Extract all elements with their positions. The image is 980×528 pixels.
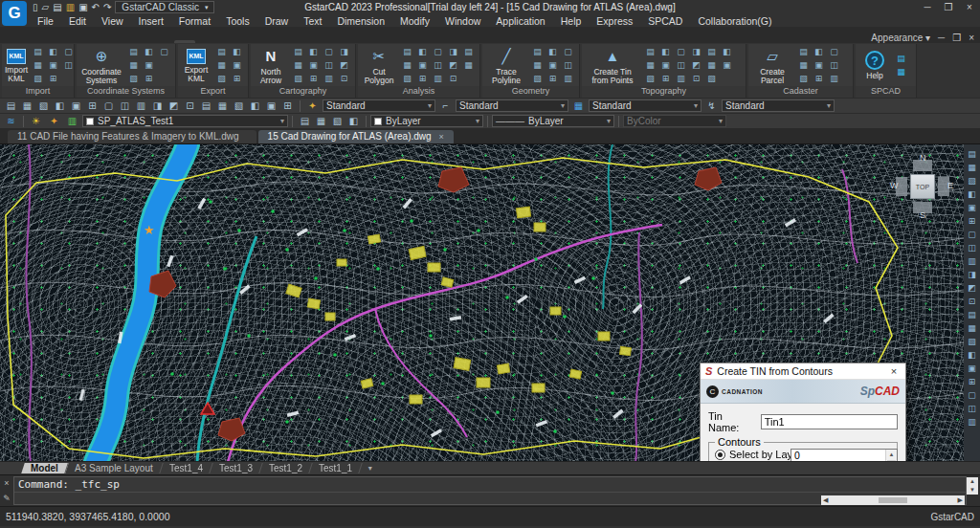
tool-icon[interactable]: ▣ [658,59,673,72]
toolbar-icon[interactable]: ▣ [263,100,279,111]
tool-icon[interactable]: ▣ [546,59,560,72]
dialog-close-icon[interactable]: × [887,365,901,377]
nav-tool-icon[interactable]: ⊡ [969,296,976,308]
tool-icon[interactable]: ◧ [142,46,156,58]
ribbon-tab[interactable] [48,40,69,43]
layer-list-item[interactable]: 0 [791,450,897,461]
tool-icon[interactable]: ◩ [446,59,460,72]
ribbon-tab[interactable] [90,40,111,43]
menu-item[interactable]: Draw [258,15,296,27]
viewcube-north-label[interactable]: N [920,153,926,163]
menu-item[interactable]: Tools [219,15,256,27]
redo-icon[interactable]: ↷ [103,2,111,12]
ribbon-tab[interactable] [132,40,153,43]
create-parcel-button[interactable]: ▱ Create Parcel [751,47,793,85]
tool-icon[interactable]: ▤ [126,46,141,58]
layer-tool-icon[interactable]: ▧ [329,116,345,126]
tool-icon[interactable]: ▦ [461,59,476,72]
tool-icon[interactable]: ▦ [126,59,141,72]
tool-icon[interactable]: ◫ [827,59,841,72]
tool-icon[interactable]: ▤ [704,46,719,58]
tool-icon[interactable]: ▤ [31,46,45,58]
tool-icon[interactable]: ◧ [546,46,560,58]
menu-item[interactable]: File [31,15,60,27]
tool-icon[interactable]: ▦ [31,59,45,72]
ribbon-tab[interactable] [27,40,48,43]
tool-icon[interactable]: ▧ [291,73,305,85]
drawing-canvas[interactable]: ★ N S W E TOP ▤▦▧◧▣⊞▢◫▥◨◩⊡▤▦▧◧▣⊞▢◫▥ S Cr… [0,143,980,461]
toolbar-icon[interactable]: ▦ [214,100,231,111]
ribbon-tab[interactable] [69,40,90,43]
tool-icon[interactable]: ▢ [674,46,688,58]
help-button[interactable]: ? Help [858,51,891,80]
tool-icon[interactable]: ⊞ [230,73,244,85]
tool-icon[interactable]: ▤ [643,46,657,58]
tool-icon[interactable]: ▤ [400,46,414,58]
nav-tool-icon[interactable]: ▣ [968,363,976,375]
command-pencil-icon[interactable]: ✎ [3,494,11,503]
toolbar-icon[interactable]: ▤ [3,100,19,111]
tool-icon[interactable]: ▥ [322,73,336,85]
tool-icon[interactable]: ▢ [561,46,575,58]
command-vertical-scrollbar[interactable]: ▲▼ [967,477,978,495]
tool-icon[interactable]: ▤ [530,46,545,58]
ribbon-close-button[interactable]: × [969,33,974,43]
tool-icon[interactable]: ⊞ [812,73,826,85]
tool-icon[interactable]: ◧ [306,46,321,58]
toolbar-icon[interactable]: ▧ [231,100,247,111]
tool-icon[interactable]: ◩ [689,59,703,72]
menu-item[interactable]: Help [554,15,589,27]
nav-tool-icon[interactable]: ▢ [968,229,976,241]
toolbar-icon[interactable]: ⊡ [182,100,198,111]
tool-icon[interactable]: ◧ [812,46,826,58]
tool-icon[interactable]: ◫ [431,59,445,72]
tool-icon[interactable]: ◧ [720,46,734,58]
export-kml-button[interactable]: KML Export KML [181,49,212,83]
tool-icon[interactable]: ▤ [894,53,908,65]
cut-polygon-button[interactable]: ✂ Cut Polygon [361,47,397,85]
linetype-dropdown[interactable]: ———ByLayer▾ [492,115,614,127]
tool-icon[interactable]: ◧ [230,46,244,58]
tool-icon[interactable]: ◨ [337,46,351,58]
tool-icon[interactable]: ▣ [812,59,826,72]
layer-on-icon[interactable]: ☀ [28,116,44,126]
command-horizontal-scrollbar[interactable]: ◀▶ [821,495,965,505]
table-style-dropdown[interactable]: Standard▾ [589,99,702,112]
tool-icon[interactable]: ⊞ [658,73,673,85]
restore-button[interactable]: ❐ [938,2,959,12]
tool-icon[interactable]: ◧ [415,46,430,58]
tool-icon[interactable]: ◧ [46,46,60,58]
workspace-dropdown[interactable]: GstarCAD Classic ▾ [115,1,214,13]
viewcube-west-label[interactable]: W [890,181,899,190]
viewcube-south-label[interactable]: S [920,210,925,220]
tool-icon[interactable]: ▥ [431,73,445,85]
tool-icon[interactable]: ▧ [704,73,719,85]
file-tab[interactable]: 15 Cad Drawing for ATLAS (Area).dwg × [258,130,454,143]
ribbon-tab[interactable] [153,40,174,43]
layout-tab[interactable]: Test1_2 [259,463,313,473]
toolbar-icon[interactable]: ▥ [133,100,149,111]
menu-item[interactable]: Text [297,15,328,27]
toolbar-icon[interactable]: ◫ [117,100,133,111]
tool-icon[interactable]: ▢ [431,46,445,58]
tool-icon[interactable]: ▣ [306,59,321,72]
tool-icon[interactable]: ▧ [126,73,141,85]
tool-icon[interactable]: ◨ [446,46,460,58]
tool-icon[interactable]: ▧ [796,73,811,85]
tool-icon[interactable]: ◫ [322,59,336,72]
trace-polyline-button[interactable]: ╱ Trace Polyline [485,47,527,85]
tool-icon[interactable]: ◫ [674,59,688,72]
tool-icon[interactable]: ▥ [674,73,688,85]
menu-item[interactable]: View [95,15,130,27]
tool-icon[interactable]: ▢ [827,46,841,58]
toolbar-icon[interactable]: ⊞ [84,100,100,111]
tool-icon[interactable]: ▦ [400,59,414,72]
nav-tool-icon[interactable]: ◫ [968,242,976,254]
toolbar-icon[interactable]: ◩ [166,100,182,111]
nav-tool-icon[interactable]: ◩ [968,282,976,295]
layer-tool-icon[interactable]: ▦ [313,116,329,126]
viewcube-top-face[interactable]: TOP [910,174,935,199]
layout-tab[interactable]: Test1_1 [309,463,363,473]
layout-tab[interactable]: Test1_4 [160,463,213,473]
file-tab[interactable]: 11 CAD File having Features & Imagery to… [8,130,256,143]
